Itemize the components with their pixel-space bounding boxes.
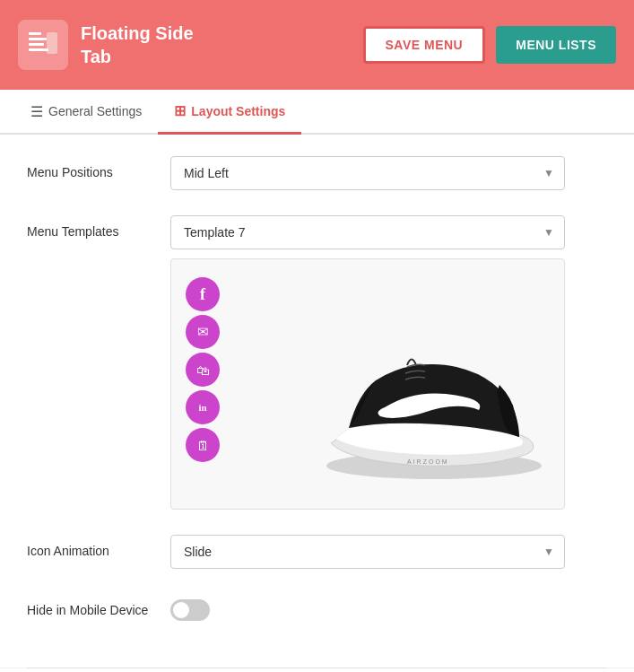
app-title: Floating Side Tab bbox=[81, 22, 194, 68]
shoe-preview-image: AIRZOOM bbox=[277, 268, 564, 502]
app-icon-box bbox=[18, 20, 68, 70]
side-icons-list: f ✉ 🛍 in 🗓 bbox=[186, 277, 220, 491]
template-preview: f ✉ 🛍 in 🗓 bbox=[170, 258, 565, 510]
svg-rect-4 bbox=[47, 32, 57, 54]
icon-animation-row: Icon Animation Slide Fade Bounce Rotate … bbox=[27, 535, 607, 569]
svg-rect-2 bbox=[29, 43, 44, 46]
icon-animation-select[interactable]: Slide Fade Bounce Rotate None bbox=[170, 535, 565, 569]
tab-general-settings[interactable]: ☰ General Settings bbox=[14, 90, 158, 135]
menu-positions-select-wrapper: Mid Left Mid Right Top Left Top Right Bo… bbox=[170, 156, 565, 190]
hide-mobile-label: Hide in Mobile Device bbox=[27, 594, 170, 617]
linkedin-icon-btn[interactable]: in bbox=[186, 390, 220, 424]
menu-lists-button[interactable]: MENU LISTS bbox=[496, 26, 616, 64]
tab-general-label: General Settings bbox=[48, 104, 142, 118]
svg-rect-3 bbox=[29, 48, 48, 51]
menu-positions-control: Mid Left Mid Right Top Left Top Right Bo… bbox=[170, 156, 607, 190]
menu-templates-select-wrapper: Template 1 Template 2 Template 3 Templat… bbox=[170, 215, 565, 249]
header-buttons: SAVE MENU MENU LISTS bbox=[363, 26, 616, 64]
menu-positions-row: Menu Positions Mid Left Mid Right Top Le… bbox=[27, 156, 607, 190]
hide-mobile-row: Hide in Mobile Device bbox=[27, 594, 607, 621]
bottom-actions: SAVE MENU bbox=[0, 668, 634, 672]
svg-text:AIRZOOM: AIRZOOM bbox=[407, 458, 449, 465]
icon-animation-control: Slide Fade Bounce Rotate None ▼ bbox=[170, 535, 607, 569]
general-settings-icon: ☰ bbox=[30, 103, 43, 120]
svg-rect-1 bbox=[29, 38, 47, 40]
menu-templates-select[interactable]: Template 1 Template 2 Template 3 Templat… bbox=[170, 215, 565, 249]
bag-icon-btn[interactable]: 🛍 bbox=[186, 353, 220, 387]
icon-animation-label: Icon Animation bbox=[27, 535, 170, 558]
facebook-icon-btn[interactable]: f bbox=[186, 277, 220, 311]
menu-positions-label: Menu Positions bbox=[27, 156, 170, 179]
save-menu-header-button[interactable]: SAVE MENU bbox=[363, 26, 486, 64]
menu-templates-control: Template 1 Template 2 Template 3 Templat… bbox=[170, 215, 607, 510]
layout-settings-icon: ⊞ bbox=[174, 102, 186, 119]
hide-mobile-control bbox=[170, 594, 607, 621]
menu-templates-label: Menu Templates bbox=[27, 215, 170, 239]
hide-mobile-toggle-wrapper bbox=[170, 594, 607, 621]
tabs-bar: ☰ General Settings ⊞ Layout Settings bbox=[0, 90, 634, 135]
svg-rect-0 bbox=[29, 32, 41, 35]
app-icon bbox=[27, 29, 59, 61]
toggle-slider bbox=[170, 599, 210, 621]
menu-positions-select[interactable]: Mid Left Mid Right Top Left Top Right Bo… bbox=[170, 156, 565, 190]
email-icon-btn[interactable]: ✉ bbox=[186, 315, 220, 349]
calendar-icon-btn[interactable]: 🗓 bbox=[186, 428, 220, 462]
tab-layout-settings[interactable]: ⊞ Layout Settings bbox=[158, 90, 301, 135]
tab-layout-label: Layout Settings bbox=[191, 104, 285, 118]
menu-templates-row: Menu Templates Template 1 Template 2 Tem… bbox=[27, 215, 607, 510]
icon-animation-select-wrapper: Slide Fade Bounce Rotate None ▼ bbox=[170, 535, 565, 569]
header-left: Floating Side Tab bbox=[18, 20, 194, 70]
main-content: Menu Positions Mid Left Mid Right Top Le… bbox=[0, 135, 634, 668]
header: Floating Side Tab SAVE MENU MENU LISTS bbox=[0, 0, 634, 90]
hide-mobile-toggle[interactable] bbox=[170, 599, 210, 621]
